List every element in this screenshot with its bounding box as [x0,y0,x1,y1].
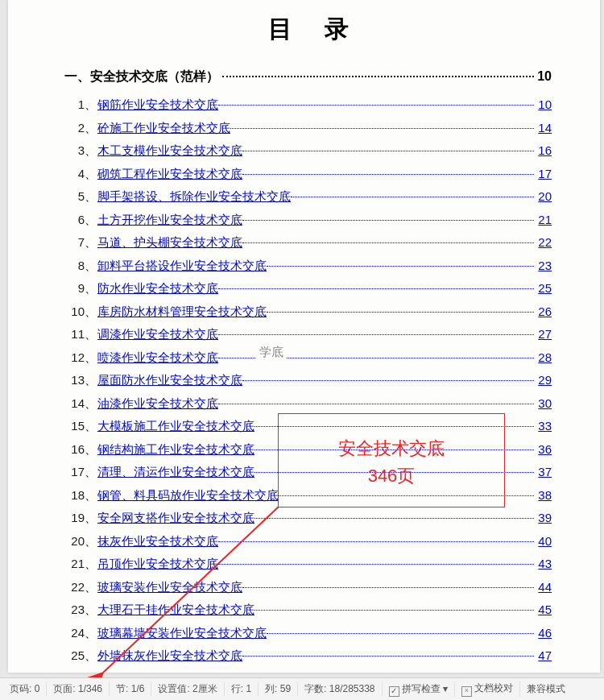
toc-page-link[interactable]: 46 [536,622,552,645]
app-window: 目录 一、安全技术交底（范样） 10 1、钢筋作业安全技术交底102、砼施工作业… [0,0,604,700]
toc-link[interactable]: 大模板施工作业安全技术交底 [97,415,254,438]
toc-link[interactable]: 抹灰作业安全技术交底 [97,530,218,553]
toc-link[interactable]: 玻璃安装作业安全技术交底 [97,576,242,599]
toc-link[interactable]: 防水作业安全技术交底 [97,277,218,300]
toc-link[interactable]: 屋面防水作业安全技术交底 [97,369,242,392]
toc-link[interactable]: 木工支模作业安全技术交底 [97,139,242,163]
leader-dots [242,174,534,175]
status-row[interactable]: 行: 1 [225,682,259,696]
leader-dots [218,564,534,565]
toc-link[interactable]: 玻璃幕墙安装作业安全技术交底 [97,622,267,645]
toc-page-link[interactable]: 43 [536,553,552,576]
leader-dots [254,610,534,611]
toc-number: 22、 [64,576,97,599]
toc-link[interactable]: 库房防水材料管理安全技术交底 [97,300,267,324]
toc-page-link[interactable]: 27 [536,323,552,346]
status-bar: 页码: 0 页面: 1/346 节: 1/6 设置值: 2厘米 行: 1 列: … [0,677,604,700]
toc-page-link[interactable]: 47 [536,644,552,668]
toc-row: 11、调漆作业安全技术交底27 [64,323,552,346]
toc-link[interactable]: 调漆作业安全技术交底 [97,323,218,346]
toc-page-link[interactable]: 37 [536,461,552,484]
toc-number: 9、 [64,277,97,300]
status-set-value[interactable]: 设置值: 2厘米 [151,682,224,696]
toc-row: 15、大模板施工作业安全技术交底33 [64,415,552,438]
toc-link[interactable]: 吊顶作业安全技术交底 [97,553,218,576]
leader-dots [218,334,534,335]
leader-dots [254,472,534,473]
close-icon: × [461,686,472,697]
toc-row: 25、外墙抹灰作业安全技术交底47 [64,644,552,668]
status-col[interactable]: 列: 59 [259,682,298,696]
status-proof[interactable]: ×文档校对 [455,681,520,697]
toc-page-link[interactable]: 36 [536,438,552,462]
toc-page-link[interactable]: 22 [536,231,552,255]
toc-link[interactable]: 钢管、料具码放作业安全技术交底 [97,484,279,507]
status-compat[interactable]: 兼容模式 [520,682,572,696]
status-page-code[interactable]: 页码: 0 [3,682,47,696]
toc-page-link[interactable]: 10 [536,93,552,117]
toc-number: 24、 [64,622,97,645]
toc-link[interactable]: 大理石干挂作业安全技术交底 [97,599,254,622]
page-content: 目录 一、安全技术交底（范样） 10 1、钢筋作业安全技术交底102、砼施工作业… [8,0,600,668]
toc-link[interactable]: 外墙抹灰作业安全技术交底 [97,644,242,668]
toc-number: 2、 [64,117,97,140]
toc-row: 14、油漆作业安全技术交底30 [64,392,552,416]
toc-link[interactable]: 钢结构施工作业安全技术交底 [97,438,254,462]
toc-number: 6、 [64,209,97,232]
toc-number: 23、 [64,599,97,622]
leader-dots [267,312,534,313]
toc-page-link[interactable]: 14 [536,117,552,140]
toc-number: 7、 [64,231,97,255]
toc-link[interactable]: 卸料平台搭设作业安全技术交底 [97,255,267,278]
toc-page-link[interactable]: 21 [536,209,552,232]
section-header: 一、安全技术交底（范样） 10 [64,68,552,85]
toc-row: 22、玻璃安装作业安全技术交底44 [64,576,552,599]
toc-link[interactable]: 马道、护头棚安全技术交底 [97,231,242,255]
toc-page-link[interactable]: 17 [536,163,552,186]
leader-dots [254,449,534,450]
toc-page-link[interactable]: 25 [536,277,552,300]
toc-row: 8、卸料平台搭设作业安全技术交底23 [64,255,552,278]
toc-link[interactable]: 安全网支搭作业安全技术交底 [97,507,254,530]
toc-number: 17、 [64,461,97,484]
toc-row: 23、大理石干挂作业安全技术交底45 [64,599,552,622]
toc-link[interactable]: 土方开挖作业安全技术交底 [97,209,242,232]
toc-number: 10、 [64,300,97,324]
toc-page-link[interactable]: 33 [536,415,552,438]
toc-link[interactable]: 砼施工作业安全技术交底 [97,117,230,140]
toc-page-link[interactable]: 29 [536,369,552,392]
toc-link[interactable]: 脚手架搭设、拆除作业安全技术交底 [97,185,291,209]
toc-page-link[interactable]: 28 [536,346,552,370]
toc-link[interactable]: 清理、清运作业安全技术交底 [97,461,254,484]
toc-page-link[interactable]: 23 [536,255,552,278]
toc-page-link[interactable]: 39 [536,507,552,530]
toc-number: 21、 [64,553,97,576]
leader-dots [218,288,534,289]
toc-row: 17、清理、清运作业安全技术交底37 [64,461,552,484]
toc-page-link[interactable]: 16 [536,139,552,163]
leader-dots [242,242,534,243]
document-page: 目录 一、安全技术交底（范样） 10 1、钢筋作业安全技术交底102、砼施工作业… [8,0,600,673]
toc-link[interactable]: 钢筋作业安全技术交底 [97,93,218,117]
toc-list: 1、钢筋作业安全技术交底102、砼施工作业安全技术交底143、木工支模作业安全技… [64,93,552,668]
leader-dots [291,197,534,197]
toc-link[interactable]: 喷漆作业安全技术交底 [97,346,218,370]
toc-page-link[interactable]: 40 [536,530,552,553]
toc-row: 16、钢结构施工作业安全技术交底36 [64,438,552,462]
toc-page-link[interactable]: 38 [536,484,552,507]
toc-link[interactable]: 砌筑工程作业安全技术交底 [97,163,242,186]
toc-page-link[interactable]: 26 [536,300,552,324]
status-word-count[interactable]: 字数: 18/285338 [298,682,382,696]
leader-dots [242,380,534,381]
toc-link[interactable]: 油漆作业安全技术交底 [97,392,218,416]
watermark-fragment: 学底 [256,345,287,360]
leader-dots [242,656,534,657]
status-page[interactable]: 页面: 1/346 [47,682,110,696]
status-section[interactable]: 节: 1/6 [110,682,151,696]
toc-page-link[interactable]: 44 [536,576,552,599]
toc-page-link[interactable]: 30 [536,392,552,416]
toc-page-link[interactable]: 20 [536,185,552,209]
status-spellcheck[interactable]: ✓拼写检查 ▾ [383,682,455,697]
toc-page-link[interactable]: 45 [536,599,552,622]
section-header-label: 一、安全技术交底（范样） [64,68,219,85]
